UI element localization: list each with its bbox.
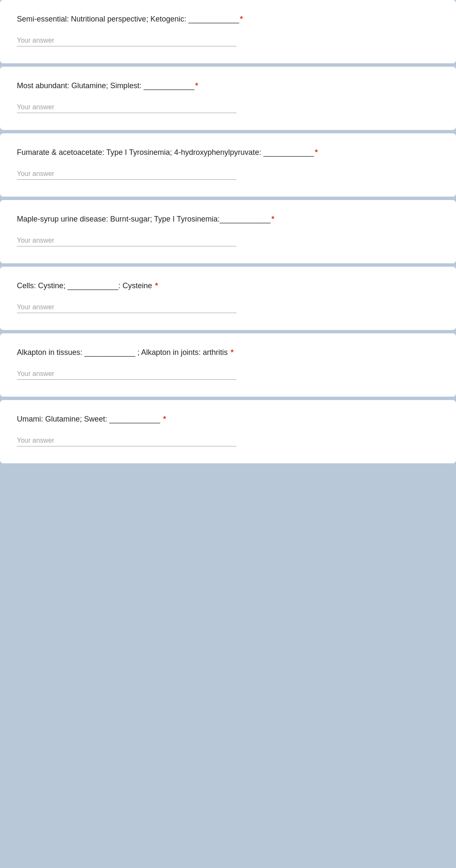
required-star-3: * bbox=[315, 148, 318, 157]
answer-input-1[interactable] bbox=[17, 35, 236, 46]
required-star-4: * bbox=[271, 215, 274, 223]
required-star-7: * bbox=[163, 415, 166, 423]
required-star-1: * bbox=[240, 15, 243, 23]
answer-input-7[interactable] bbox=[17, 435, 236, 446]
required-star-5: * bbox=[155, 281, 158, 290]
question-card-5: Cells: Cystine; ____________: Cysteine * bbox=[0, 267, 456, 330]
question-text-7: Umami: Glutamine; Sweet: ____________ * bbox=[17, 414, 439, 425]
questions-container: Semi-essential: Nutritional perspective;… bbox=[0, 0, 456, 463]
question-text-1: Semi-essential: Nutritional perspective;… bbox=[17, 14, 439, 25]
question-card-7: Umami: Glutamine; Sweet: ____________ * bbox=[0, 400, 456, 463]
question-text-4: Maple-syrup urine disease: Burnt-sugar; … bbox=[17, 214, 439, 225]
question-card-1: Semi-essential: Nutritional perspective;… bbox=[0, 0, 456, 63]
answer-input-4[interactable] bbox=[17, 235, 236, 246]
answer-input-2[interactable] bbox=[17, 102, 236, 113]
question-card-3: Fumarate & acetoacetate: Type I Tyrosine… bbox=[0, 133, 456, 197]
question-card-6: Alkapton in tissues: ____________ ; Alka… bbox=[0, 333, 456, 397]
question-text-2: Most abundant: Glutamine; Simplest: ____… bbox=[17, 80, 439, 92]
answer-input-5[interactable] bbox=[17, 302, 236, 313]
question-card-2: Most abundant: Glutamine; Simplest: ____… bbox=[0, 67, 456, 130]
required-star-2: * bbox=[195, 81, 198, 90]
question-text-3: Fumarate & acetoacetate: Type I Tyrosine… bbox=[17, 147, 439, 158]
answer-input-3[interactable] bbox=[17, 168, 236, 180]
question-text-6: Alkapton in tissues: ____________ ; Alka… bbox=[17, 347, 439, 358]
question-text-5: Cells: Cystine; ____________: Cysteine * bbox=[17, 280, 439, 292]
required-star-6: * bbox=[231, 348, 233, 357]
answer-input-6[interactable] bbox=[17, 368, 236, 380]
question-card-4: Maple-syrup urine disease: Burnt-sugar; … bbox=[0, 200, 456, 263]
